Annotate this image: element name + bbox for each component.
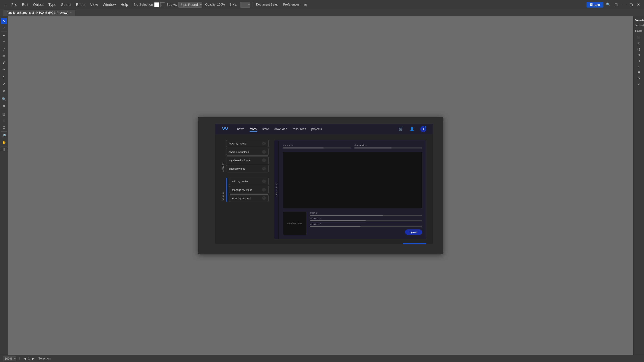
home-icon[interactable]: ⌂ (3, 2, 8, 7)
line-tool[interactable]: ╱ (1, 46, 7, 52)
upload-button[interactable]: upload (405, 229, 422, 235)
nav-menu-btn[interactable]: ≡ (420, 126, 426, 132)
attach1-bar[interactable] (310, 215, 422, 216)
share-with-bar[interactable] (283, 147, 351, 148)
menu-view[interactable]: View (88, 2, 100, 7)
fill-color[interactable] (1, 148, 4, 151)
panel-btn-4[interactable]: ⬛ (635, 35, 643, 40)
left-panel: activity view my moovs › share new uploa… (222, 140, 269, 239)
nav-projects[interactable]: projects (311, 127, 322, 131)
paintbrush-tool[interactable]: 🖌 (1, 59, 7, 65)
properties-panel-btn[interactable]: Properties (635, 18, 643, 22)
scale-tool[interactable]: ⤢ (1, 81, 7, 87)
upload-sidebar-label: new upload (276, 183, 278, 196)
next-artboard-btn[interactable]: ▶ (31, 356, 36, 361)
manage-tribes-btn[interactable]: manage my tribes › (229, 186, 269, 193)
share-button[interactable]: Share (586, 2, 604, 7)
style-select[interactable] (240, 2, 250, 7)
panel-btn-5[interactable]: A (635, 41, 643, 46)
warp-tool[interactable]: ⌀ (1, 88, 7, 94)
shared-uploads-arrow: › (262, 158, 266, 162)
pen-tool[interactable]: ✒ (1, 33, 7, 39)
app-screen: news moov store download resources proje… (215, 124, 433, 244)
tab-label: functionalScreens.ai @ 100 % (RGB/Previe… (7, 11, 68, 14)
share-options-bar[interactable] (354, 147, 422, 148)
fill-swatch[interactable] (154, 2, 159, 7)
prev-artboard-btn[interactable]: ◀ (22, 356, 27, 361)
stroke-color[interactable] (4, 148, 8, 151)
shared-uploads-label: my shared uploads (229, 159, 250, 162)
minimize-icon[interactable]: — (620, 2, 627, 7)
pencil-tool[interactable]: ✏ (1, 66, 7, 72)
zoom-select[interactable]: 100% 50% 200% (3, 356, 16, 361)
artboards-panel-btn[interactable]: Artboards (635, 23, 643, 28)
edit-profile-btn[interactable]: edit my profile › (229, 178, 269, 185)
menu-file[interactable]: File (10, 2, 19, 7)
check-feed-btn[interactable]: check my feed › (226, 165, 269, 172)
menu-effect[interactable]: Effect (74, 2, 87, 7)
shared-uploads-btn[interactable]: my shared uploads › (226, 157, 269, 164)
direct-select-tool[interactable]: ↗ (1, 24, 7, 30)
upload-textarea[interactable] (283, 152, 422, 208)
type-tool[interactable]: T (1, 39, 7, 45)
form-bottom: attach options attach 1: (283, 212, 422, 235)
panel-btn-9[interactable]: ≡ (635, 64, 643, 69)
menu-edit[interactable]: Edit (20, 2, 30, 7)
sub-attach2-fill (310, 226, 360, 227)
panel-btn-8[interactable]: ⊡ (635, 58, 643, 63)
stroke-swatch[interactable] (160, 2, 165, 7)
menu-type[interactable]: Type (46, 2, 58, 7)
live-paint-tool[interactable]: ⬡ (1, 124, 7, 130)
menu-select[interactable]: Select (59, 2, 73, 7)
menu-bar: ⌂ File Edit Object Type Select Effect Vi… (0, 0, 644, 9)
close-icon[interactable]: ✕ (636, 2, 641, 7)
cart-icon[interactable]: 🛒 (398, 126, 404, 132)
share-upload-btn[interactable]: share new upload › (226, 148, 269, 156)
panel-btn-12[interactable]: ↗ (635, 82, 643, 87)
tab-close-btn[interactable]: × (70, 11, 72, 14)
eyedropper-tool[interactable]: 🔍 (1, 96, 7, 102)
document-setup-btn[interactable]: Document Setup (254, 2, 280, 7)
menu-object[interactable]: Object (31, 2, 46, 7)
nav-download[interactable]: download (274, 127, 287, 131)
nav-moov[interactable]: moov (250, 127, 257, 131)
edit-profile-arrow: › (262, 179, 266, 183)
gradient-tool[interactable]: ▥ (1, 111, 7, 117)
zoom-control[interactable]: 100% 50% 200% (3, 356, 16, 361)
sub-attach1-bar[interactable] (310, 220, 422, 221)
nav-resources[interactable]: resources (293, 127, 306, 131)
stroke-select[interactable]: 3 pt. Round 1 pt. 2 pt. (178, 2, 202, 7)
fullscreen-icon[interactable]: ▢ (628, 2, 634, 7)
zoom-tool[interactable]: 🔎 (1, 133, 7, 139)
hand-tool[interactable]: ✋ (1, 139, 7, 145)
menu-help[interactable]: Help (119, 2, 130, 7)
shape-tool[interactable]: ▭ (1, 53, 7, 59)
notification-dot (424, 126, 427, 128)
panel-btn-11[interactable]: ⚙ (635, 76, 643, 81)
nav-news[interactable]: news (237, 127, 244, 131)
view-moovs-arrow: › (262, 142, 266, 145)
app-nav: news moov store download resources proje… (215, 124, 433, 134)
user-icon[interactable]: 👤 (409, 126, 415, 132)
panel-btn-6[interactable]: { } (635, 47, 643, 52)
select-tool[interactable]: ↖ (1, 18, 7, 24)
resize-icon[interactable]: ⊡ (613, 2, 619, 7)
rotate-tool[interactable]: ↻ (1, 74, 7, 80)
nav-store[interactable]: store (262, 127, 269, 131)
layers-panel-btn[interactable]: Layers (635, 28, 643, 33)
sub-attach2-bar[interactable] (310, 226, 422, 227)
attach-options-panel: attach 1: sub-attach 1: (310, 212, 422, 235)
panel-btn-10[interactable]: ☰ (635, 70, 643, 75)
panel-btn-7[interactable]: ⊞ (635, 52, 643, 58)
tab-active[interactable]: functionalScreens.ai @ 100 % (RGB/Previe… (3, 10, 75, 16)
search-icon[interactable]: 🔍 (605, 2, 612, 7)
menu-window[interactable]: Window (101, 2, 118, 7)
align-icon[interactable]: ⊞ (302, 2, 308, 7)
blue-bottom-bar (403, 243, 426, 244)
blend-tool[interactable]: ∞ (1, 103, 7, 109)
view-account-btn[interactable]: view my account › (229, 194, 269, 202)
mesh-tool[interactable]: ⊞ (1, 118, 7, 124)
attach-options-label: attach options (287, 222, 302, 225)
preferences-btn[interactable]: Preferences (282, 2, 301, 7)
view-moovs-btn[interactable]: view my moovs › (226, 140, 269, 147)
